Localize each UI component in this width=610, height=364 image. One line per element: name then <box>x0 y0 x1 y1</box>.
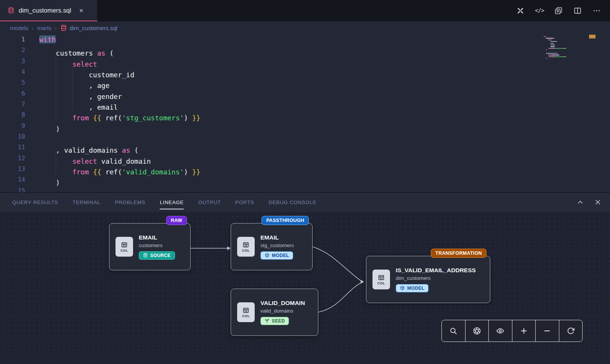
titlebar-actions: </> <box>515 0 610 21</box>
line-number: 8 <box>0 110 25 120</box>
code-line[interactable]: 5, age <box>0 77 610 88</box>
code-editor[interactable]: 1with2customers as (3select4customer_id5… <box>0 34 610 192</box>
zoom-in-button[interactable] <box>512 320 536 342</box>
line-number: 7 <box>0 99 25 110</box>
line-number: 10 <box>0 131 25 142</box>
panel-tab-output[interactable]: OUTPUT <box>198 193 221 212</box>
column-name: EMAIL <box>139 234 175 241</box>
panel-tab-ports[interactable]: PORTS <box>235 193 254 212</box>
panel-tab-query-results[interactable]: QUERY RESULTS <box>12 193 58 212</box>
breadcrumb-item[interactable]: models <box>10 25 28 31</box>
line-number: 9 <box>0 121 25 131</box>
eye-button[interactable] <box>488 320 512 342</box>
table-name: valid_domains <box>260 308 305 314</box>
search-icon <box>449 327 458 335</box>
code-line[interactable]: 3select <box>0 56 610 67</box>
seedling-icon <box>265 318 270 323</box>
node-tag-raw: RAW <box>166 216 187 225</box>
panel-tab-bar: QUERY RESULTSTERMINALPROBLEMSLINEAGEOUTP… <box>0 192 610 212</box>
query-results-icon[interactable] <box>554 6 563 16</box>
database-icon <box>8 7 14 14</box>
aperture-icon <box>473 327 481 335</box>
search-button[interactable] <box>442 320 465 342</box>
node-badge-seed: SEED <box>260 317 289 325</box>
refresh-button[interactable] <box>559 320 583 342</box>
collapse-panel-icon[interactable] <box>576 198 584 206</box>
eye-icon <box>496 327 504 335</box>
code-line[interactable]: 4customer_id <box>0 67 610 77</box>
lineage-node-dim_customers[interactable]: TRANSFORMATIONCOLIS_VALID_EMAIL_ADDRESSd… <box>366 256 490 303</box>
database-icon <box>143 253 148 258</box>
table-name: customers <box>139 243 175 248</box>
panel-tab-lineage[interactable]: LINEAGE <box>160 193 184 212</box>
line-number: 5 <box>0 77 25 88</box>
breadcrumb-separator-icon: › <box>55 25 57 31</box>
refresh-icon <box>567 327 575 335</box>
line-number: 15 <box>0 185 25 192</box>
panel-tabs: QUERY RESULTSTERMINALPROBLEMSLINEAGEOUTP… <box>12 193 316 212</box>
code-line[interactable]: 9) <box>0 121 610 131</box>
editor-tab-dim-customers[interactable]: dim_customers.sql × <box>0 0 97 21</box>
split-editor-icon[interactable] <box>573 6 583 16</box>
code-lines: 1with2customers as (3select4customer_id5… <box>0 34 610 192</box>
node-badge-source: SOURCE <box>139 251 175 260</box>
code-line[interactable]: 8from {{ ref('stg_customers') }} <box>0 110 610 120</box>
line-number: 11 <box>0 142 25 153</box>
code-line[interactable]: 13from {{ ref('valid_domains') }} <box>0 164 610 174</box>
line-number: 13 <box>0 164 25 174</box>
lineage-node-stg_customers[interactable]: PASSTHROUGHCOLEMAILstg_customersMODEL <box>231 223 313 270</box>
table-name: dim_customers <box>396 275 476 281</box>
close-tab-icon[interactable]: × <box>79 7 83 14</box>
database-icon <box>60 24 67 31</box>
line-number: 1 <box>0 34 25 45</box>
panel-tab-terminal[interactable]: TERMINAL <box>72 193 100 212</box>
lineage-node-customers[interactable]: RAWCOLEMAILcustomersSOURCE <box>109 223 191 270</box>
code-line[interactable]: 2customers as ( <box>0 45 610 56</box>
breadcrumb-item[interactable]: dim_customers.sql <box>60 24 117 31</box>
code-line[interactable]: 14) <box>0 174 610 185</box>
aperture-button[interactable] <box>465 320 489 342</box>
lineage-node-valid_domains[interactable]: COLVALID_DOMAINvalid_domainsSEED <box>231 289 318 336</box>
panel-tab-debug-console[interactable]: DEBUG CONSOLE <box>268 193 316 212</box>
column-icon: COL <box>237 237 255 257</box>
code-line[interactable]: 12select valid_domain <box>0 153 610 164</box>
lineage-zoom-toolbar <box>441 320 583 342</box>
code-line[interactable]: 7, email <box>0 99 610 110</box>
panel-icons <box>576 198 602 206</box>
breadcrumb-separator-icon: › <box>32 25 34 31</box>
titlebar: dim_customers.sql × </> <box>0 0 610 21</box>
tab-title: dim_customers.sql <box>19 7 71 14</box>
code-line[interactable]: 10 <box>0 131 610 142</box>
column-icon: COL <box>372 270 390 289</box>
panel-tab-problems[interactable]: PROBLEMS <box>115 193 145 212</box>
zoom-out-icon <box>543 327 551 335</box>
close-panel-icon[interactable] <box>594 198 602 206</box>
code-line[interactable]: 1with <box>0 34 610 45</box>
node-badge-model: MODEL <box>260 251 293 260</box>
minimap[interactable] <box>544 36 584 61</box>
more-actions-icon[interactable] <box>592 6 602 16</box>
column-icon: COL <box>237 302 255 322</box>
zoom-in-icon <box>520 327 528 335</box>
line-number: 12 <box>0 153 25 164</box>
cube-icon <box>265 253 270 258</box>
code-line[interactable]: 11, valid_domains as ( <box>0 142 610 153</box>
table-name: stg_customers <box>260 243 294 248</box>
lineage-canvas[interactable]: RAWCOLEMAILcustomersSOURCEPASSTHROUGHCOL… <box>0 212 610 364</box>
pinwheel-icon[interactable] <box>515 6 525 16</box>
column-name: EMAIL <box>260 234 294 241</box>
code-line[interactable]: 15 <box>0 185 610 192</box>
breadcrumb-item[interactable]: marts <box>37 25 51 31</box>
column-icon: COL <box>116 237 133 257</box>
column-name: VALID_DOMAIN <box>260 300 305 307</box>
zoom-out-button[interactable] <box>535 320 559 342</box>
column-name: IS_VALID_EMAIL_ADDRESS <box>396 267 476 274</box>
line-number: 4 <box>0 67 25 77</box>
line-number: 6 <box>0 88 25 99</box>
cube-icon <box>400 286 405 291</box>
node-badge-model: MODEL <box>396 284 429 292</box>
code-line[interactable]: 6, gender <box>0 88 610 99</box>
inline-code-icon[interactable]: </> <box>535 6 544 16</box>
line-number: 2 <box>0 45 25 56</box>
node-tag-passthrough: PASSTHROUGH <box>262 216 309 225</box>
